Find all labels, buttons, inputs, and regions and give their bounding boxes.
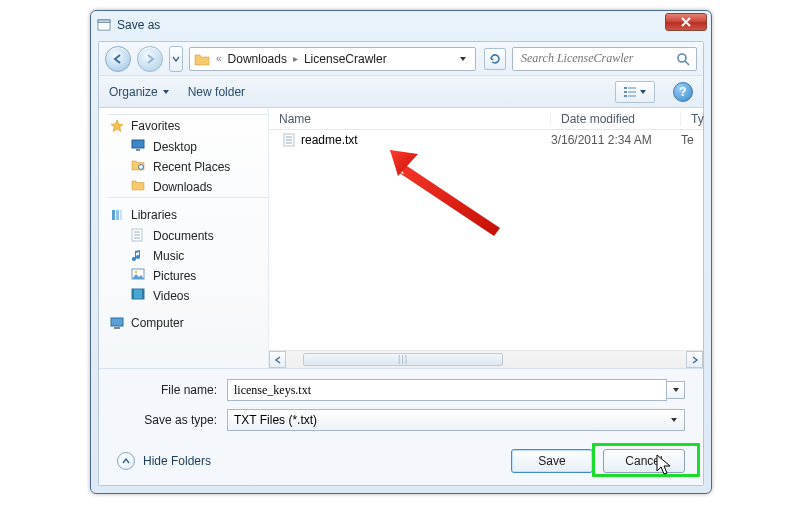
scroll-thumb[interactable] xyxy=(303,353,503,366)
saveastype-value: TXT Files (*.txt) xyxy=(234,413,317,427)
svg-rect-13 xyxy=(112,210,115,220)
toolbar-new-folder[interactable]: New folder xyxy=(188,85,245,99)
saveastype-select[interactable]: TXT Files (*.txt) xyxy=(227,409,685,431)
back-button[interactable] xyxy=(105,46,131,72)
close-icon xyxy=(680,17,692,27)
cancel-button[interactable]: Cancel xyxy=(603,449,685,473)
chevron-left-icon xyxy=(274,356,282,364)
save-as-dialog: Save as xyxy=(90,10,712,494)
toolbar-help-button[interactable]: ? xyxy=(673,82,693,102)
chevron-right-icon: ▸ xyxy=(293,53,298,64)
svg-point-12 xyxy=(139,165,144,170)
scroll-left-button[interactable] xyxy=(269,351,286,368)
navpane-pictures[interactable]: Pictures xyxy=(107,266,268,286)
address-bar[interactable]: « Downloads ▸ LicenseCrawler xyxy=(189,47,476,71)
breadcrumb-separator: « xyxy=(216,53,222,64)
filename-input[interactable] xyxy=(227,379,667,401)
chevron-down-icon xyxy=(670,416,678,424)
address-dropdown[interactable] xyxy=(455,55,471,63)
navpane-item-label: Pictures xyxy=(153,269,196,283)
star-icon xyxy=(109,118,125,134)
svg-rect-23 xyxy=(132,289,134,299)
arrow-right-icon xyxy=(144,53,156,65)
svg-point-2 xyxy=(678,54,686,62)
horizontal-scrollbar[interactable] xyxy=(269,350,703,368)
arrow-left-icon xyxy=(112,53,124,65)
navpane-libraries[interactable]: Libraries xyxy=(107,204,268,226)
svg-rect-4 xyxy=(624,87,627,89)
file-list[interactable]: readme.txt 3/16/2011 2:34 AM Te xyxy=(269,130,703,350)
nav-pane[interactable]: Favorites Desktop Recent P xyxy=(99,108,269,368)
pictures-icon xyxy=(131,268,147,284)
navpane-item-label: Videos xyxy=(153,289,189,303)
folder-icon xyxy=(194,52,210,66)
navpane-recent-places[interactable]: Recent Places xyxy=(107,157,268,177)
documents-icon xyxy=(131,228,147,244)
save-button[interactable]: Save xyxy=(511,449,593,473)
close-button[interactable] xyxy=(665,13,707,31)
navpane-documents[interactable]: Documents xyxy=(107,226,268,246)
toolbar-organize-label: Organize xyxy=(109,85,158,99)
col-header-date[interactable]: Date modified xyxy=(551,112,681,126)
svg-rect-9 xyxy=(628,95,636,97)
navpane-libraries-label: Libraries xyxy=(131,208,177,222)
svg-rect-11 xyxy=(136,149,140,151)
file-type: Te xyxy=(681,133,703,147)
navpane-favorites-label: Favorites xyxy=(131,119,180,133)
svg-rect-24 xyxy=(142,289,144,299)
list-view-icon xyxy=(623,86,637,98)
svg-rect-8 xyxy=(624,95,627,97)
window-icon xyxy=(97,19,111,31)
computer-icon xyxy=(109,315,125,331)
svg-rect-10 xyxy=(132,140,144,148)
refresh-icon xyxy=(488,52,502,66)
text-file-icon xyxy=(283,133,295,147)
navpane-item-label: Documents xyxy=(153,229,214,243)
navpane-desktop[interactable]: Desktop xyxy=(107,137,268,157)
filename-dropdown[interactable] xyxy=(667,381,685,399)
libraries-icon xyxy=(109,207,125,223)
chevron-right-icon xyxy=(691,356,699,364)
navpane-downloads[interactable]: Downloads xyxy=(107,177,268,197)
saveastype-label: Save as type: xyxy=(117,413,227,427)
save-button-label: Save xyxy=(538,454,565,468)
scroll-track[interactable] xyxy=(286,351,686,368)
file-row[interactable]: readme.txt 3/16/2011 2:34 AM Te xyxy=(269,130,703,150)
breadcrumb-level1[interactable]: Downloads xyxy=(226,52,289,66)
navpane-item-label: Music xyxy=(153,249,184,263)
navpane-videos[interactable]: Videos xyxy=(107,286,268,306)
folder-recent-icon xyxy=(131,159,147,175)
navpane-computer-label: Computer xyxy=(131,316,184,330)
navpane-music[interactable]: Music xyxy=(107,246,268,266)
help-icon: ? xyxy=(679,85,686,99)
folder-downloads-icon xyxy=(131,179,147,195)
toolbar-view-button[interactable] xyxy=(615,81,655,103)
file-date: 3/16/2011 2:34 AM xyxy=(551,133,681,147)
toolbar-organize[interactable]: Organize xyxy=(109,85,170,99)
svg-rect-26 xyxy=(114,327,120,329)
col-header-name[interactable]: Name xyxy=(269,112,551,126)
file-list-header[interactable]: Name Date modified Ty xyxy=(269,108,703,130)
navpane-item-label: Downloads xyxy=(153,180,212,194)
svg-rect-15 xyxy=(120,210,122,220)
col-header-type[interactable]: Ty xyxy=(681,112,703,126)
navpane-favorites[interactable]: Favorites xyxy=(107,115,268,137)
nav-history-dropdown[interactable] xyxy=(169,46,183,72)
search-box[interactable] xyxy=(512,47,697,71)
scroll-right-button[interactable] xyxy=(686,351,703,368)
search-input[interactable] xyxy=(519,50,672,67)
file-name: readme.txt xyxy=(301,133,358,147)
svg-rect-6 xyxy=(624,91,627,93)
hide-folders-toggle[interactable]: Hide Folders xyxy=(117,452,211,470)
chevron-down-icon xyxy=(162,88,170,96)
navpane-computer[interactable]: Computer xyxy=(107,312,268,334)
window-title: Save as xyxy=(117,18,160,32)
refresh-button[interactable] xyxy=(484,48,506,70)
svg-rect-25 xyxy=(111,318,123,326)
videos-icon xyxy=(131,288,147,304)
forward-button[interactable] xyxy=(137,46,163,72)
toolbar-new-folder-label: New folder xyxy=(188,85,245,99)
chevron-down-icon xyxy=(672,386,680,394)
breadcrumb-level2[interactable]: LicenseCrawler xyxy=(302,52,389,66)
titlebar[interactable]: Save as xyxy=(91,11,711,39)
